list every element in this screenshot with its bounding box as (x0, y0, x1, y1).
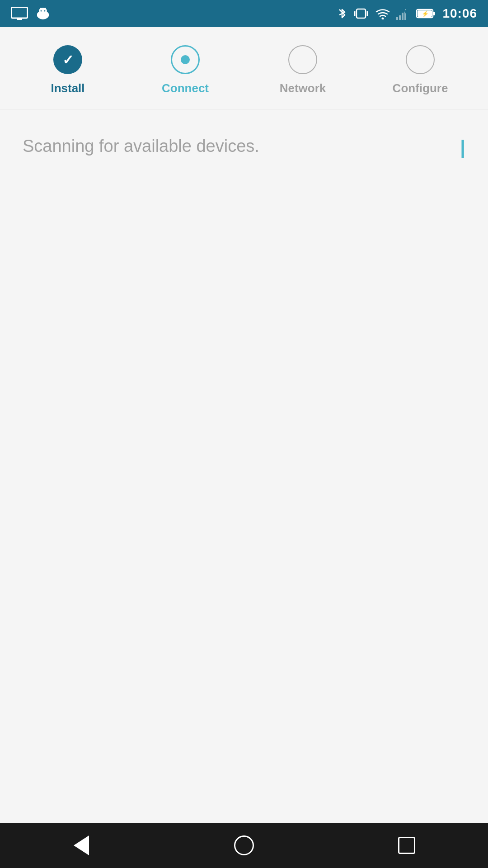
recents-icon (398, 837, 415, 854)
step-configure-label: Configure (393, 81, 448, 95)
svg-rect-1 (17, 18, 22, 20)
step-connect[interactable]: Connect (127, 45, 244, 95)
svg-rect-11 (357, 9, 366, 18)
step-configure-circle (406, 45, 435, 74)
svg-rect-16 (433, 12, 435, 15)
status-bar-right: ⚡ 10:06 (338, 6, 477, 21)
svg-point-13 (382, 18, 384, 20)
step-install-label: Install (51, 81, 84, 95)
status-bar-left (11, 6, 51, 21)
radio-inner-icon (181, 55, 190, 64)
step-network[interactable]: Network (244, 45, 361, 95)
recents-button[interactable] (389, 827, 425, 863)
step-network-label: Network (280, 81, 326, 95)
svg-rect-4 (47, 13, 49, 17)
scanning-indicator: | (460, 137, 465, 158)
back-button[interactable] (63, 827, 99, 863)
scanning-text: Scanning for available devices. (23, 137, 259, 156)
signal-icon (396, 7, 410, 20)
step-connect-label: Connect (162, 81, 209, 95)
svg-text:⚡: ⚡ (422, 10, 429, 18)
back-icon (74, 835, 89, 855)
vibrate-icon (353, 7, 369, 20)
home-icon (234, 835, 254, 855)
android-icon (35, 6, 51, 21)
svg-rect-12 (367, 11, 368, 16)
home-button[interactable] (226, 827, 262, 863)
step-bar: ✓ Install Connect Network Configure (0, 27, 488, 109)
step-connect-circle (171, 45, 200, 74)
svg-rect-0 (11, 7, 28, 18)
battery-icon: ⚡ (416, 8, 436, 19)
screen-icon (11, 7, 28, 20)
status-bar: ⚡ 10:06 (0, 0, 488, 27)
navigation-bar (0, 823, 488, 868)
status-time: 10:06 (442, 6, 477, 21)
step-install-circle: ✓ (53, 45, 82, 74)
scanning-area: Scanning for available devices. | (0, 109, 488, 823)
checkmark-icon: ✓ (62, 52, 74, 68)
svg-rect-3 (37, 13, 39, 17)
svg-rect-10 (354, 11, 356, 16)
step-install[interactable]: ✓ Install (9, 45, 127, 95)
main-content: ✓ Install Connect Network Configure Scan… (0, 27, 488, 823)
step-configure[interactable]: Configure (361, 45, 479, 95)
step-network-circle (288, 45, 317, 74)
bluetooth-icon (338, 7, 347, 20)
wifi-icon (375, 8, 390, 19)
